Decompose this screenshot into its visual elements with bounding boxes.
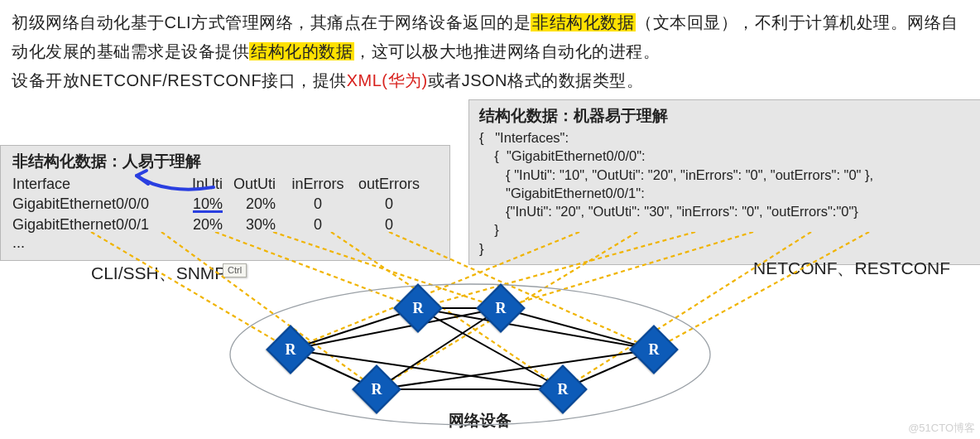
col-outerrors: outErrors: [353, 174, 425, 194]
panel-title: 非结构化数据：人易于理解: [12, 151, 441, 172]
panel-title: 结构化数据：机器易于理解: [479, 105, 976, 127]
table-header: Interface InUti OutUti inErrors outError…: [12, 174, 441, 194]
svg-line-9: [501, 232, 753, 308]
svg-line-6: [291, 232, 579, 350]
text: 初级网络自动化基于CLI方式管理网络，其痛点在于网络设备返回的是: [12, 13, 531, 31]
xml-huawei-text: XML(华为): [347, 71, 428, 89]
col-inuti: InUti: [176, 174, 229, 194]
svg-line-23: [377, 350, 654, 389]
svg-line-8: [418, 232, 695, 308]
svg-line-5: [389, 232, 654, 350]
network-topology-lines: [0, 232, 980, 439]
highlight-1: 非结构化数据: [531, 13, 636, 31]
text: 设备开放NETCONF/RESTCONF接口，提供: [12, 71, 347, 89]
text: ，这可以极大地推进网络自动化的进程。: [354, 42, 660, 60]
svg-line-11: [654, 232, 869, 350]
table-row: GigabitEthernet0/0/0 10% 20% 0 0: [12, 194, 441, 214]
highlight-2: 结构化的数据: [249, 42, 354, 60]
network-diagram: CLI/SSH、SNMP NETCONF、RESTCONF 网络设备 Ctrl: [0, 232, 980, 439]
col-interface: Interface: [12, 174, 176, 194]
svg-line-4: [331, 232, 563, 389]
col-inerrors: inErrors: [282, 174, 353, 194]
svg-line-22: [291, 350, 563, 389]
watermark: @51CTO博客: [908, 421, 975, 436]
text: 或者JSON格式的数据类型。: [428, 71, 643, 89]
col-oututi: OutUti: [229, 174, 282, 194]
intro-paragraph: 初级网络自动化基于CLI方式管理网络，其痛点在于网络设备返回的是非结构化数据（文…: [12, 8, 968, 95]
svg-line-10: [563, 232, 811, 389]
svg-line-14: [501, 308, 654, 350]
